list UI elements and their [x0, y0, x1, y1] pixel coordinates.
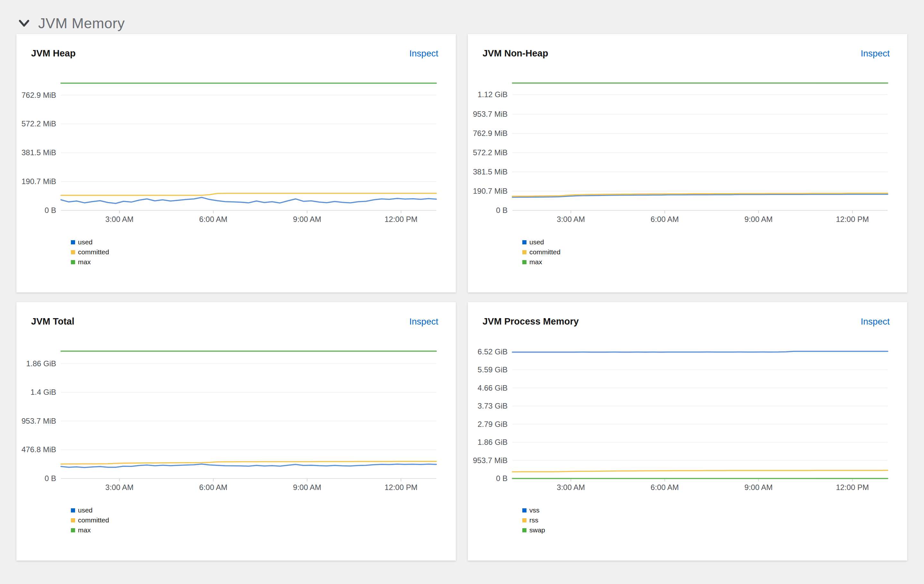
legend-label: swap — [530, 526, 545, 534]
x-axis-label: 6:00 AM — [199, 215, 228, 224]
y-axis-label: 0 B — [45, 206, 56, 215]
y-axis-label: 1.12 GiB — [478, 90, 508, 99]
y-axis-label: 476.8 MiB — [21, 445, 56, 454]
legend-swatch-icon — [522, 260, 526, 264]
x-axis-label: 9:00 AM — [293, 483, 321, 492]
section-title: JVM Memory — [38, 15, 125, 32]
legend-swatch-icon — [522, 518, 526, 522]
legend-swatch-icon — [71, 528, 75, 532]
series-line-rss — [512, 470, 888, 472]
y-axis-label: 953.7 MiB — [473, 456, 508, 465]
legend-label: max — [78, 258, 91, 266]
legend-swatch-icon — [71, 508, 75, 512]
series-line-vss — [512, 351, 888, 352]
legend-item: used — [522, 239, 908, 246]
chevron-down-icon[interactable] — [18, 20, 30, 27]
y-axis-label: 762.9 MiB — [21, 91, 56, 99]
legend-label: committed — [78, 248, 109, 256]
x-axis-label: 12:00 PM — [836, 483, 869, 492]
chart-title: JVM Non-Heap — [483, 48, 548, 59]
chart-card-jvm-total: JVM Total Inspect 0 B476.8 MiB953.7 MiB1… — [16, 302, 456, 561]
line-chart: 0 B190.7 MiB381.5 MiB572.2 MiB762.9 MiB9… — [468, 60, 908, 224]
y-axis-label: 0 B — [496, 474, 508, 483]
chart-legend: used committed max — [71, 507, 456, 534]
legend-item: max — [522, 258, 908, 266]
y-axis-label: 762.9 MiB — [473, 129, 508, 138]
inspect-link[interactable]: Inspect — [861, 316, 890, 327]
chart-card-jvm-heap: JVM Heap Inspect 0 B190.7 MiB381.5 MiB57… — [16, 34, 456, 293]
legend-item: max — [71, 526, 456, 534]
legend-label: vss — [530, 507, 540, 514]
legend-label: used — [78, 507, 93, 514]
y-axis-label: 1.86 GiB — [478, 438, 508, 446]
chart-title: JVM Heap — [31, 48, 76, 59]
chart-card-jvm-non-heap: JVM Non-Heap Inspect 0 B190.7 MiB381.5 M… — [468, 34, 908, 293]
legend-item: max — [71, 258, 456, 266]
y-axis-label: 5.59 GiB — [478, 365, 508, 374]
x-axis-label: 3:00 AM — [105, 215, 134, 224]
x-axis-label: 9:00 AM — [744, 215, 772, 224]
legend-item: committed — [71, 248, 456, 256]
x-axis-label: 3:00 AM — [557, 215, 585, 224]
y-axis-label: 572.2 MiB — [21, 119, 56, 128]
legend-swatch-icon — [71, 260, 75, 264]
series-line-used — [61, 464, 436, 467]
x-axis-label: 6:00 AM — [651, 215, 679, 224]
legend-label: committed — [78, 517, 109, 524]
legend-item: vss — [522, 507, 908, 514]
chart-title: JVM Total — [31, 316, 74, 327]
x-axis-label: 6:00 AM — [199, 483, 228, 492]
legend-swatch-icon — [71, 240, 75, 244]
series-line-committed — [61, 462, 436, 464]
legend-item: rss — [522, 517, 908, 524]
y-axis-label: 190.7 MiB — [21, 177, 56, 186]
legend-label: used — [78, 238, 93, 246]
inspect-link[interactable]: Inspect — [409, 48, 438, 59]
inspect-link[interactable]: Inspect — [861, 48, 890, 59]
y-axis-label: 2.79 GiB — [478, 420, 508, 428]
legend-label: max — [78, 526, 91, 534]
y-axis-label: 572.2 MiB — [473, 148, 508, 157]
y-axis-label: 381.5 MiB — [473, 168, 508, 176]
legend-swatch-icon — [522, 508, 526, 512]
y-axis-label: 1.86 GiB — [26, 359, 56, 368]
x-axis-label: 12:00 PM — [384, 483, 417, 492]
legend-item: used — [71, 507, 456, 514]
series-line-used — [61, 197, 436, 204]
series-line-committed — [61, 193, 436, 195]
legend-swatch-icon — [522, 250, 526, 254]
legend-label: used — [530, 238, 544, 246]
dashboard-grid: JVM Heap Inspect 0 B190.7 MiB381.5 MiB57… — [16, 34, 908, 561]
y-axis-label: 381.5 MiB — [21, 148, 56, 157]
x-axis-label: 6:00 AM — [651, 483, 679, 492]
x-axis-label: 12:00 PM — [836, 215, 869, 224]
legend-swatch-icon — [522, 240, 526, 244]
x-axis-label: 3:00 AM — [557, 483, 585, 492]
legend-label: rss — [530, 517, 538, 524]
y-axis-label: 6.52 GiB — [478, 347, 508, 356]
section-header: JVM Memory — [0, 0, 924, 34]
y-axis-label: 1.4 GiB — [30, 388, 56, 396]
chart-legend: used committed max — [522, 239, 908, 266]
line-chart: 0 B190.7 MiB381.5 MiB572.2 MiB762.9 MiB3… — [16, 60, 456, 224]
legend-label: max — [530, 258, 542, 266]
y-axis-label: 0 B — [45, 474, 56, 483]
x-axis-label: 12:00 PM — [384, 215, 417, 224]
y-axis-label: 190.7 MiB — [473, 187, 508, 195]
line-chart: 0 B953.7 MiB1.86 GiB2.79 GiB3.73 GiB4.66… — [468, 328, 908, 492]
legend-swatch-icon — [522, 528, 526, 532]
chart-legend: vss rss swap — [522, 507, 908, 534]
legend-item: committed — [522, 248, 908, 256]
y-axis-label: 4.66 GiB — [478, 383, 508, 392]
legend-item: used — [71, 239, 456, 246]
line-chart: 0 B476.8 MiB953.7 MiB1.4 GiB1.86 GiB3:00… — [16, 328, 456, 492]
y-axis-label: 0 B — [496, 206, 508, 215]
chart-title: JVM Process Memory — [483, 316, 579, 327]
chart-legend: used committed max — [71, 239, 456, 266]
x-axis-label: 9:00 AM — [293, 215, 321, 224]
legend-item: swap — [522, 526, 908, 534]
legend-item: committed — [71, 517, 456, 524]
y-axis-label: 953.7 MiB — [473, 110, 508, 118]
inspect-link[interactable]: Inspect — [409, 316, 438, 327]
legend-swatch-icon — [71, 518, 75, 522]
